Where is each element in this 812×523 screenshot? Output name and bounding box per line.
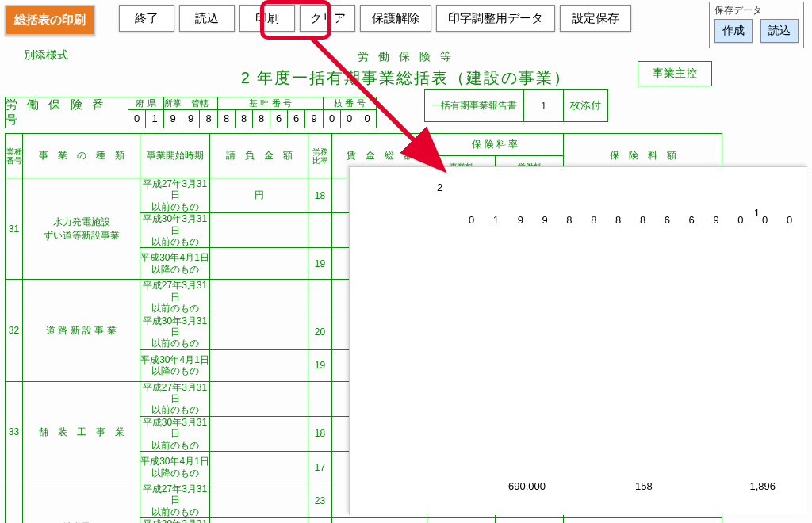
cell-amount: 円 (210, 178, 308, 213)
cell-amount (210, 349, 308, 381)
cell-amount (210, 452, 308, 483)
insurance-number-columns: 府 県01所掌9管轄98基 幹 番 号888669枝 番 号000 (128, 97, 376, 128)
cell-period: 平成30年3月31日 以前のもの (140, 416, 210, 451)
cell-labor-rate: 18 (308, 178, 332, 213)
cell-labor-rate: 25 (308, 518, 332, 523)
cell-period: 平成30年3月31日 以前のもの (140, 518, 210, 523)
cell-labor-rate (308, 381, 332, 416)
insurance-group-header: 府 県 (128, 97, 163, 110)
unprotect-button[interactable]: 保護解除 (360, 5, 431, 32)
attachment-unit: 枚添付 (564, 98, 607, 113)
insurance-group-header: 基 幹 番 号 (218, 97, 323, 110)
insurance-group-digits: 888669 (218, 110, 323, 128)
cell-code: 32 (6, 280, 23, 381)
cell-period: 平成30年4月1日 以降のもの (140, 349, 210, 381)
attachment-value: 1 (524, 90, 564, 121)
insurance-group-digits: 000 (324, 110, 376, 128)
print-preview-overlay: 2 0 1 9 9 8 8 8 8 6 6 9 0 0 0 1 690,000 … (349, 166, 807, 515)
insurance-number-group: 枝 番 号000 (324, 97, 376, 128)
attachment-box: 一括有期事業報告書 1 枚添付 (424, 89, 608, 122)
th-code: 業種番号 (6, 134, 23, 178)
overlay-year: 2 (437, 181, 783, 193)
cell-labor-rate (308, 213, 332, 248)
insurance-number-group: 管轄98 (182, 97, 218, 128)
cell-amount (210, 483, 308, 518)
insurance-group-digits: 98 (182, 110, 217, 128)
insurance-digit: 8 (253, 110, 270, 128)
overlay-val-3: 1,896 (749, 480, 776, 492)
print-button[interactable]: 印刷 (239, 5, 295, 32)
cell-prate-b (496, 518, 564, 523)
insurance-digit: 9 (164, 110, 182, 128)
cell-amount (210, 248, 308, 280)
cell-labor-rate: 19 (308, 349, 332, 381)
cell-type: 鉄道又は 軌道新設事業 (23, 483, 140, 523)
cell-code: 33 (6, 381, 23, 483)
cell-type: 道 路 新 設 事 業 (23, 280, 140, 381)
cell-amount (210, 213, 308, 248)
insurance-digit: 9 (182, 110, 200, 128)
cell-period: 平成30年4月1日 以降のもの (140, 452, 210, 483)
cell-type: 水力発電施設 ずい道等新設事業 (23, 178, 140, 280)
attachment-label: 一括有期事業報告書 (425, 90, 524, 121)
cell-period: 平成30年3月31日 以前のもの (140, 213, 210, 248)
cell-labor-rate: 19 (308, 248, 332, 280)
th-amount: 請 負 金 額 (210, 134, 308, 178)
cell-pamount (564, 518, 722, 523)
insurance-group-header: 管轄 (182, 97, 217, 110)
overlay-val-1: 690,000 (508, 480, 546, 492)
main-title-button[interactable]: 総括表の印刷 (5, 5, 95, 36)
cell-labor-rate: 17 (308, 452, 332, 483)
insurance-number-group: 府 県01 (128, 97, 164, 128)
insurance-digit: 0 (358, 110, 376, 128)
insurance-digit: 8 (200, 110, 217, 128)
form-year: 2 (241, 69, 251, 86)
insurance-digit: 6 (270, 110, 288, 128)
th-type: 事 業 の 種 類 (23, 134, 140, 178)
cell-amount (210, 280, 308, 315)
cell-amount (210, 381, 308, 416)
cell-code: 34 (6, 483, 23, 523)
cell-period: 平成27年3月31日 以前のもの (140, 483, 210, 518)
clear-button[interactable]: クリア (300, 5, 355, 32)
insurance-digit: 8 (236, 110, 253, 128)
insurance-digit: 1 (146, 110, 163, 128)
th-period: 事業開始時期 (140, 134, 210, 178)
cell-amount (210, 315, 308, 349)
overlay-val-2: 158 (635, 480, 653, 492)
insurance-digit: 0 (341, 110, 358, 128)
cell-labor-rate: 23 (308, 483, 332, 518)
save-settings-button[interactable]: 設定保存 (560, 5, 631, 32)
cell-period: 平成30年4月1日 以降のもの (140, 248, 210, 280)
save-data-legend: 保存データ (714, 4, 799, 17)
insurance-digit: 9 (305, 110, 323, 128)
cell-period: 平成27年3月31日 以前のもの (140, 381, 210, 416)
save-read-button[interactable]: 読込 (760, 19, 799, 43)
insurance-number-group: 所掌9 (164, 97, 182, 128)
insurance-digit: 0 (128, 110, 146, 128)
insurance-group-digits: 01 (128, 110, 163, 128)
insurance-number-label: 労 働 保 険 番 号 (6, 97, 128, 128)
th-prate: 保 険 料 率 (427, 134, 564, 156)
cell-amount (210, 518, 308, 523)
load-button[interactable]: 読込 (179, 5, 235, 32)
insurance-digit: 8 (218, 110, 236, 128)
insurance-number-group: 基 幹 番 号888669 (218, 97, 324, 128)
insurance-group-header: 所掌 (164, 97, 182, 110)
cell-amount (210, 416, 308, 451)
exit-button[interactable]: 終了 (119, 5, 174, 32)
insurance-number-block: 労 働 保 険 番 号 府 県01所掌9管轄98基 幹 番 号888669枝 番… (5, 97, 377, 128)
overlay-insurance-number: 0 1 9 9 8 8 8 8 6 6 9 0 0 0 (469, 214, 783, 226)
overlay-attachment-count: 1 (754, 207, 760, 219)
th-rate: 労務比率 (308, 134, 332, 178)
cell-labor-rate: 20 (308, 315, 332, 349)
save-data-group: 保存データ 作成 読込 (709, 2, 804, 48)
insurance-group-digits: 9 (164, 110, 182, 128)
save-create-button[interactable]: 作成 (714, 19, 753, 43)
insurance-digit: 6 (288, 110, 305, 128)
print-adjust-data-button[interactable]: 印字調整用データ (436, 5, 555, 32)
cell-wage (332, 518, 427, 523)
cell-period: 平成30年3月31日 以前のもの (140, 315, 210, 349)
cell-prate-a (427, 518, 496, 523)
cell-type: 舗 装 工 事 業 (23, 381, 140, 483)
